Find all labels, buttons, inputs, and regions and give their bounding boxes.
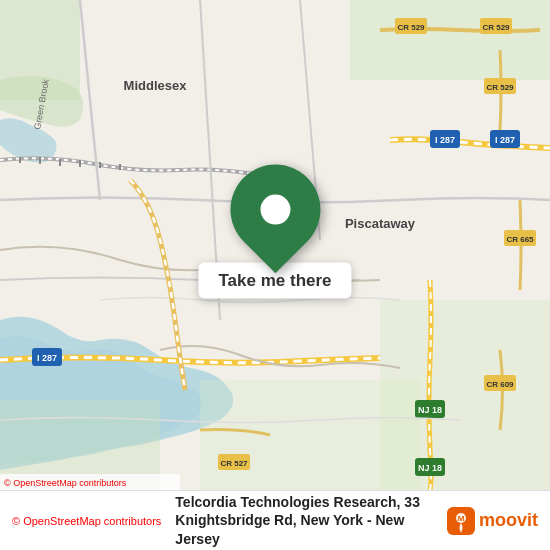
svg-text:NJ 18: NJ 18 (418, 463, 442, 473)
bottom-bar: © OpenStreetMap contributors Telcordia T… (0, 490, 550, 550)
osm-attribution: © OpenStreetMap contributors (12, 515, 161, 527)
svg-text:CR 665: CR 665 (506, 235, 534, 244)
moovit-text: moovit (479, 510, 538, 531)
svg-rect-5 (200, 380, 420, 490)
svg-text:M: M (458, 514, 465, 523)
pin-inner-circle (260, 195, 290, 225)
moovit-logo[interactable]: M moovit (447, 507, 538, 535)
svg-rect-2 (350, 0, 550, 80)
map-pin[interactable]: Take me there (198, 165, 351, 299)
svg-text:CR 529: CR 529 (397, 23, 425, 32)
map-container: I 287 I 287 I 287 NJ 18 NJ 18 CR 529 CR … (0, 0, 550, 490)
pin-marker (211, 146, 338, 273)
svg-text:I 287: I 287 (495, 135, 515, 145)
svg-text:CR 527: CR 527 (220, 459, 248, 468)
svg-text:I 287: I 287 (37, 353, 57, 363)
location-info: Telcordia Technologies Research, 33 Knig… (169, 493, 437, 548)
svg-text:© OpenStreetMap contributors: © OpenStreetMap contributors (4, 478, 127, 488)
moovit-icon: M (447, 507, 475, 535)
svg-text:Piscataway: Piscataway (345, 216, 416, 231)
svg-text:Middlesex: Middlesex (124, 78, 188, 93)
svg-text:CR 529: CR 529 (482, 23, 510, 32)
svg-text:CR 529: CR 529 (486, 83, 514, 92)
svg-text:I 287: I 287 (435, 135, 455, 145)
svg-text:NJ 18: NJ 18 (418, 405, 442, 415)
svg-text:CR 609: CR 609 (486, 380, 514, 389)
location-name: Telcordia Technologies Research, 33 Knig… (175, 493, 437, 548)
